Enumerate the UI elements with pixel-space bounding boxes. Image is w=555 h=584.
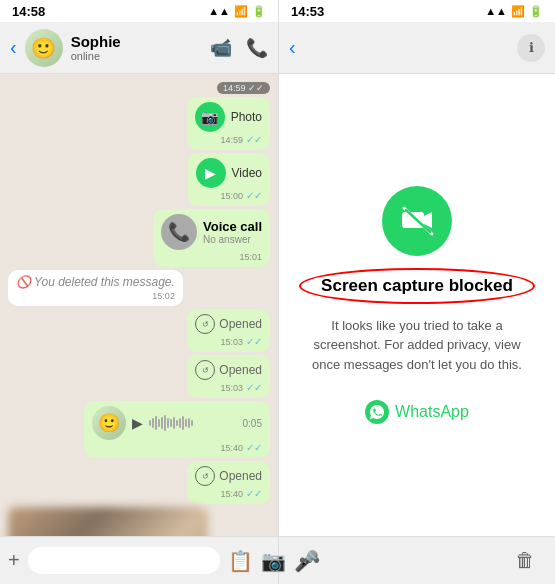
opened-icon-3: ↺ xyxy=(195,466,215,486)
opened-icon-2: ↺ xyxy=(195,360,215,380)
left-status-icons: ▲▲ 📶 🔋 xyxy=(208,5,266,18)
right-panel: 14:53 ▲▲ 📶 🔋 ‹ ℹ Screen capture blocked xyxy=(279,0,555,584)
right-wifi-icon: 📶 xyxy=(511,5,525,18)
mic-button[interactable]: 🎤 xyxy=(294,549,319,573)
trash-button[interactable]: 🗑 xyxy=(515,549,535,572)
video-ticks: ✓✓ xyxy=(246,190,262,201)
photo-icon: 📷 xyxy=(195,102,225,132)
voice-ticks: ✓✓ xyxy=(246,442,262,453)
waveform xyxy=(149,413,237,433)
camera-blocked-icon xyxy=(398,202,436,240)
chat-header: ‹ 🙂 Sophie online 📹 📞 xyxy=(0,22,278,74)
blocked-icon-circle xyxy=(382,186,452,256)
right-status-icons: ▲▲ 📶 🔋 xyxy=(485,5,543,18)
voice-avatar: 🙂 xyxy=(92,406,126,440)
message-deleted: 🚫 You deleted this message. 15:02 xyxy=(8,270,183,306)
deleted-text: 🚫 You deleted this message. xyxy=(16,275,175,289)
opened-ticks-3: ✓✓ xyxy=(246,488,262,499)
call-time: 15:01 xyxy=(239,252,262,262)
sticker-button[interactable]: 📋 xyxy=(228,549,253,573)
right-battery-icon: 🔋 xyxy=(529,5,543,18)
message-video: ▶ Video 15:00 ✓✓ xyxy=(188,153,270,206)
message-voice: 🙂 ▶ xyxy=(84,401,270,458)
message-opened-3: ↺ Opened 15:40 ✓✓ xyxy=(187,461,270,504)
left-status-bar: 14:58 ▲▲ 📶 🔋 xyxy=(0,0,278,22)
message-image: ↓ xyxy=(8,507,208,536)
back-button[interactable]: ‹ xyxy=(10,36,17,59)
contact-name: Sophie xyxy=(71,33,202,50)
opened-ticks-2: ✓✓ xyxy=(246,382,262,393)
chat-messages: 14:59 ✓✓ 📷 Photo 14:59 ✓✓ ▶ Video 15:00 … xyxy=(0,74,278,536)
plus-button[interactable]: + xyxy=(8,549,20,572)
contact-status: online xyxy=(71,50,202,62)
opened-time-1: 15:03 xyxy=(220,337,243,347)
wifi-icon: 📶 xyxy=(234,5,248,18)
right-bottom-bar: ••• 🗑 xyxy=(279,536,555,584)
opened-label-1: Opened xyxy=(219,317,262,331)
message-input[interactable] xyxy=(28,547,220,574)
photo-time: 14:59 xyxy=(220,135,243,145)
opened-label-3: Opened xyxy=(219,469,262,483)
floating-timestamp: 14:59 ✓✓ xyxy=(217,82,270,94)
call-sub: No answer xyxy=(203,234,262,245)
right-time: 14:53 xyxy=(291,4,324,19)
opened-time-2: 15:03 xyxy=(220,383,243,393)
call-info: Voice call No answer xyxy=(203,219,262,245)
chat-input-bar: + 📋 📷 🎤 xyxy=(0,536,278,584)
opened-time-3: 15:40 xyxy=(220,489,243,499)
right-info-icon[interactable]: ℹ xyxy=(517,34,545,62)
contact-info: Sophie online xyxy=(71,33,202,62)
right-header: ‹ ℹ xyxy=(279,22,555,74)
svg-marker-1 xyxy=(424,212,432,228)
voice-time: 15:40 xyxy=(220,443,243,453)
message-opened-1: ↺ Opened 15:03 ✓✓ xyxy=(187,309,270,352)
contact-avatar: 🙂 xyxy=(25,29,63,67)
call-label: Voice call xyxy=(203,219,262,234)
video-time: 15:00 xyxy=(220,191,243,201)
left-panel: 14:58 ▲▲ 📶 🔋 ‹ 🙂 Sophie online 📹 📞 14:59… xyxy=(0,0,278,584)
opened-icon-1: ↺ xyxy=(195,314,215,334)
right-back-button[interactable]: ‹ xyxy=(289,36,296,59)
deleted-time: 15:02 xyxy=(152,291,175,301)
whatsapp-logo-svg xyxy=(369,404,385,420)
voice-call-icon[interactable]: 📞 xyxy=(246,37,268,59)
photo-ticks: ✓✓ xyxy=(246,134,262,145)
right-signal-icon: ▲▲ xyxy=(485,5,507,17)
message-opened-2: ↺ Opened 15:03 ✓✓ xyxy=(187,355,270,398)
right-status-bar: 14:53 ▲▲ 📶 🔋 xyxy=(279,0,555,22)
blocked-content: Screen capture blocked It looks like you… xyxy=(279,74,555,536)
whatsapp-logo xyxy=(365,400,389,424)
left-time: 14:58 xyxy=(12,4,45,19)
camera-button[interactable]: 📷 xyxy=(261,549,286,573)
message-photo: 📷 Photo 14:59 ✓✓ xyxy=(187,97,270,150)
blocked-description: It looks like you tried to take a screen… xyxy=(299,316,535,375)
battery-icon: 🔋 xyxy=(252,5,266,18)
whatsapp-brand-label: WhatsApp xyxy=(395,403,469,421)
whatsapp-branding: WhatsApp xyxy=(365,400,469,424)
video-label: Video xyxy=(232,166,262,180)
opened-ticks-1: ✓✓ xyxy=(246,336,262,347)
video-icon: ▶ xyxy=(196,158,226,188)
blocked-title: Screen capture blocked xyxy=(321,276,513,295)
message-voice-call: 📞 Voice call No answer 15:01 xyxy=(153,209,270,267)
photo-label: Photo xyxy=(231,110,262,124)
header-action-icons: 📹 📞 xyxy=(210,37,268,59)
video-call-icon[interactable]: 📹 xyxy=(210,37,232,59)
opened-label-2: Opened xyxy=(219,363,262,377)
signal-icon: ▲▲ xyxy=(208,5,230,17)
voice-duration: 0:05 xyxy=(243,418,262,429)
blocked-title-wrapper: Screen capture blocked xyxy=(313,272,521,300)
image-overlay: ↓ xyxy=(8,507,208,536)
call-icon: 📞 xyxy=(161,214,197,250)
play-button[interactable]: ▶ xyxy=(132,415,143,431)
